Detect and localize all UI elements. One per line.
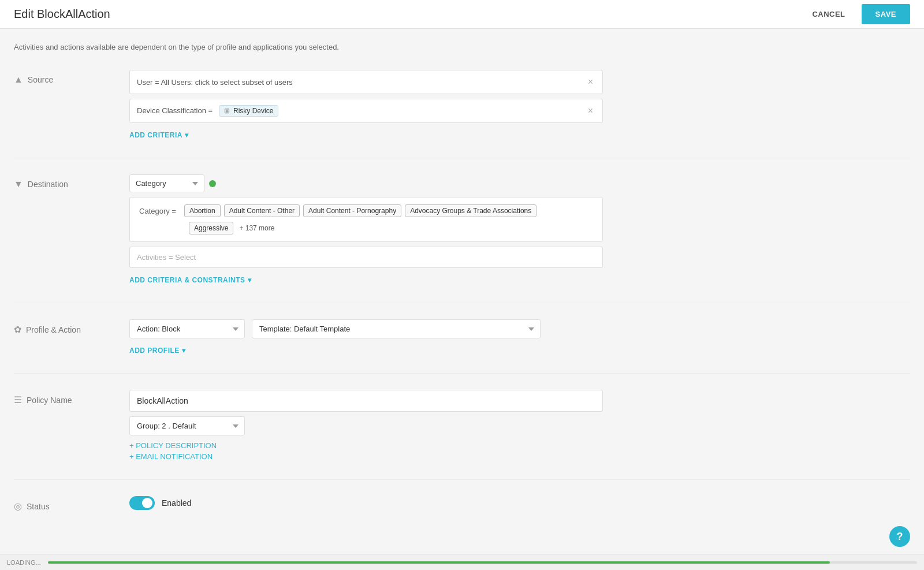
add-criteria-constraints-button[interactable]: ADD CRITERIA & CONSTRAINTS ▾ xyxy=(129,276,251,284)
user-criteria-close[interactable]: × xyxy=(586,77,595,87)
profile-action-icon: ✿ xyxy=(14,324,21,335)
category-tag-adult-porn[interactable]: Adult Content - Pornography xyxy=(303,204,401,217)
policy-links: + POLICY DESCRIPTION + EMAIL NOTIFICATIO… xyxy=(129,441,603,461)
main-content: Activities and actions available are dep… xyxy=(0,29,924,544)
group-dropdown[interactable]: Group: 2 . Default xyxy=(129,416,245,435)
toggle-slider xyxy=(129,496,155,510)
status-dot-icon xyxy=(209,180,216,187)
add-profile-button[interactable]: ADD PROFILE ▾ xyxy=(129,347,185,355)
cancel-button[interactable]: CANCEL xyxy=(805,5,852,23)
source-section: ▲ Source User = All Users: click to sele… xyxy=(14,70,910,139)
template-dropdown[interactable]: Template: Default Template xyxy=(252,319,541,338)
destination-content: Category Category = Abortion Adult Conte… xyxy=(129,174,603,284)
profile-action-section: ✿ Profile & Action Action: Block Templat… xyxy=(14,319,910,355)
status-toggle-row: Enabled xyxy=(129,496,603,510)
action-dropdown[interactable]: Action: Block xyxy=(129,319,245,338)
header-actions: CANCEL SAVE xyxy=(805,4,910,24)
add-criteria-chevron-icon: ▾ xyxy=(185,131,189,139)
policy-name-content: Group: 2 . Default + POLICY DESCRIPTION … xyxy=(129,390,603,461)
category-select[interactable]: Category xyxy=(129,174,204,192)
device-tag-icon: ⊞ xyxy=(224,107,230,115)
email-notification-link[interactable]: + EMAIL NOTIFICATION xyxy=(129,452,603,461)
status-section: ◎ Status Enabled xyxy=(14,496,910,512)
device-tag: ⊞ Risky Device xyxy=(219,105,278,117)
tags-row: Category = Abortion Adult Content - Othe… xyxy=(139,204,593,217)
activities-row[interactable]: Activities = Select xyxy=(129,247,603,268)
status-toggle[interactable] xyxy=(129,496,155,510)
help-icon: ? xyxy=(897,531,903,543)
policy-name-input[interactable] xyxy=(129,390,603,412)
destination-label: ▼ Destination xyxy=(14,174,129,189)
status-icon: ◎ xyxy=(14,501,22,512)
status-content: Enabled xyxy=(129,496,603,510)
policy-name-label: ☰ Policy Name xyxy=(14,390,129,405)
profile-action-label: ✿ Profile & Action xyxy=(14,319,129,335)
save-button[interactable]: SAVE xyxy=(862,4,910,24)
category-tag-aggressive[interactable]: Aggressive xyxy=(189,222,233,234)
destination-section: ▼ Destination Category Category = Aborti… xyxy=(14,174,910,284)
source-content: User = All Users: click to select subset… xyxy=(129,70,603,139)
subtitle-text: Activities and actions available are dep… xyxy=(14,43,910,51)
group-select-wrap: Group: 2 . Default xyxy=(129,416,603,435)
destination-top-row: Category xyxy=(129,174,603,192)
category-tag-abortion[interactable]: Abortion xyxy=(184,204,221,217)
profile-action-content: Action: Block Template: Default Template… xyxy=(129,319,603,355)
add-criteria-button[interactable]: ADD CRITERIA ▾ xyxy=(129,131,189,139)
category-tag-adult-other[interactable]: Adult Content - Other xyxy=(224,204,300,217)
device-criteria-close[interactable]: × xyxy=(586,106,595,116)
user-criteria-row: User = All Users: click to select subset… xyxy=(129,70,603,94)
help-button[interactable]: ? xyxy=(889,526,910,544)
profile-action-dropdowns: Action: Block Template: Default Template xyxy=(129,319,603,338)
page-title: Edit BlockAllAction xyxy=(14,8,110,21)
category-tag-advocacy[interactable]: Advocacy Groups & Trade Associations xyxy=(405,204,536,217)
user-criteria-text: User = All Users: click to select subset… xyxy=(137,78,586,87)
more-categories-tag[interactable]: + 137 more xyxy=(237,222,277,234)
device-criteria-row: Device Classification = ⊞ Risky Device × xyxy=(129,99,603,123)
policy-description-link[interactable]: + POLICY DESCRIPTION xyxy=(129,441,603,450)
status-section-label: ◎ Status xyxy=(14,496,129,512)
page-header: Edit BlockAllAction CANCEL SAVE xyxy=(0,0,924,29)
add-constraints-chevron-icon: ▾ xyxy=(248,276,252,284)
add-profile-chevron-icon: ▾ xyxy=(182,347,186,355)
policy-name-icon: ☰ xyxy=(14,394,22,405)
device-criteria-text: Device Classification = ⊞ Risky Device xyxy=(137,105,586,117)
destination-icon: ▼ xyxy=(14,179,23,189)
source-label: ▲ Source xyxy=(14,70,129,85)
policy-name-section: ☰ Policy Name Group: 2 . Default + POLIC… xyxy=(14,390,910,461)
category-tags-box: Category = Abortion Adult Content - Othe… xyxy=(129,197,603,242)
status-enabled-label: Enabled xyxy=(162,498,191,508)
tags-row-2: Aggressive + 137 more xyxy=(139,222,593,234)
source-icon: ▲ xyxy=(14,74,23,85)
category-equals-label: Category = xyxy=(139,207,176,215)
